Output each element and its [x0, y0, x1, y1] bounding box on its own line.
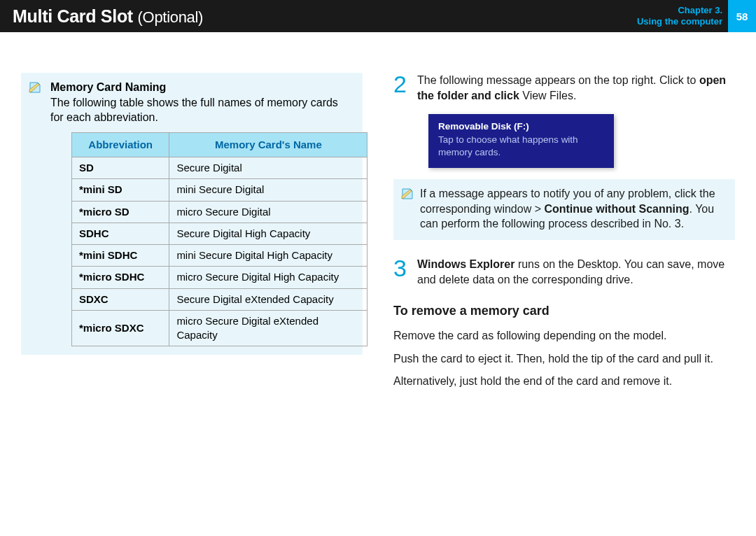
scanning-tip-note: If a message appears to notify you of an…	[393, 179, 735, 240]
step-number-3: 3	[393, 257, 409, 287]
step-number-2: 2	[393, 73, 409, 103]
tip-text-b: Continue without Scanning	[544, 203, 689, 215]
tip-body: If a message appears to notify you of an…	[420, 186, 725, 232]
table-row: *mini SDmini Secure Digital	[72, 179, 368, 201]
remove-p1: Remove the card as following depending o…	[393, 328, 735, 344]
step3-text-a: Windows Explorer	[417, 258, 514, 270]
table-row: *mini SDHCmini Secure Digital High Capac…	[72, 245, 368, 267]
header-right: Chapter 3. Using the computer 58	[637, 0, 756, 32]
toast-text: Tap to choose what happens with memory c…	[438, 134, 604, 158]
memory-naming-note: Memory Card Naming The following table s…	[21, 73, 363, 355]
step-2: 2 The following message appears on the t…	[393, 73, 735, 103]
table-col-name: Memory Card's Name	[169, 132, 368, 157]
step2-text-c: View Files.	[519, 90, 577, 101]
memory-card-table: Abbreviation Memory Card's Name SDSecure…	[71, 132, 368, 347]
page-number-badge: 58	[728, 0, 756, 32]
page-title: Multi Card Slot (Optional)	[13, 6, 203, 27]
remove-p2: Push the card to eject it. Then, hold th…	[393, 351, 735, 367]
step-3-body: Windows Explorer runs on the Desktop. Yo…	[417, 257, 735, 287]
right-column: 2 The following message appears on the t…	[393, 73, 735, 396]
table-row: SDXCSecure Digital eXtended Capacity	[72, 288, 368, 310]
table-row: SDHCSecure Digital High Capacity	[72, 223, 368, 244]
memory-naming-intro: The following table shows the full names…	[50, 95, 353, 125]
table-row: *micro SDHCmicro Secure Digital High Cap…	[72, 267, 368, 288]
note-icon	[400, 186, 414, 204]
table-col-abbr: Abbreviation	[72, 132, 169, 157]
step-3: 3 Windows Explorer runs on the Desktop. …	[393, 257, 735, 287]
chapter-line-1: Chapter 3.	[637, 5, 722, 16]
step-2-body: The following message appears on the top…	[417, 73, 735, 103]
memory-naming-head: Memory Card Naming	[50, 80, 353, 95]
content-area: Memory Card Naming The following table s…	[0, 32, 756, 396]
remove-card-heading: To remove a memory card	[393, 304, 735, 318]
title-main: Multi Card Slot	[13, 6, 133, 26]
left-column: Memory Card Naming The following table s…	[21, 73, 363, 396]
step2-text-a: The following message appears on the top…	[417, 74, 699, 86]
toast-title: Removable Disk (F:)	[438, 121, 604, 132]
chapter-line-2: Using the computer	[637, 16, 722, 27]
chapter-info: Chapter 3. Using the computer	[637, 5, 728, 28]
table-row: *micro SDXCmicro Secure Digital eXtended…	[72, 310, 368, 346]
note-body: Memory Card Naming The following table s…	[50, 80, 353, 346]
table-row: SDSecure Digital	[72, 157, 368, 179]
removable-disk-toast[interactable]: Removable Disk (F:) Tap to choose what h…	[428, 114, 614, 168]
title-suffix: (Optional)	[138, 8, 204, 26]
note-icon	[28, 80, 42, 98]
table-row: *micro SDmicro Secure Digital	[72, 201, 368, 223]
header-bar: Multi Card Slot (Optional) Chapter 3. Us…	[0, 0, 756, 32]
remove-p3: Alternatively, just hold the end of the …	[393, 374, 735, 389]
page-number: 58	[736, 10, 748, 22]
